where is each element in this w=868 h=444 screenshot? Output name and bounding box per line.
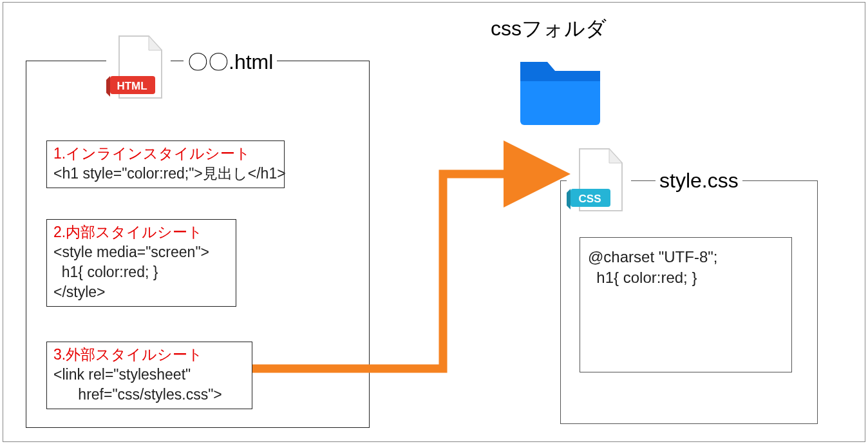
folder-icon: [515, 49, 605, 130]
svg-rect-2: [520, 76, 600, 81]
block3-code: <link rel="stylesheet" href="css/styles.…: [53, 365, 245, 405]
external-stylesheet-block: 3.外部スタイルシート <link rel="stylesheet" href=…: [46, 342, 252, 409]
html-badge-text: HTML: [117, 80, 147, 92]
block1-code: <h1 style="color:red;">見出し</h1>: [53, 164, 278, 184]
html-file-icon: HTML: [106, 34, 171, 103]
css-folder-label: cssフォルダ: [491, 15, 607, 43]
css-code: @charset "UTF-8"; h1{ color:red; }: [588, 247, 784, 289]
css-file-icon: CSS: [567, 146, 631, 216]
internal-stylesheet-block: 2.内部スタイルシート <style media="screen"> h1{ c…: [46, 219, 236, 307]
html-file-title: 〇〇.html: [184, 48, 277, 77]
svg-rect-1: [520, 76, 600, 125]
css-file-title: style.css: [656, 169, 742, 193]
block1-title: 1.インラインスタイルシート: [53, 144, 278, 164]
block2-code: <style media="screen"> h1{ color:red; } …: [53, 242, 229, 302]
css-badge-text: CSS: [579, 193, 601, 205]
block2-title: 2.内部スタイルシート: [53, 222, 229, 242]
inline-stylesheet-block: 1.インラインスタイルシート <h1 style="color:red;">見出…: [46, 140, 285, 188]
block3-title: 3.外部スタイルシート: [53, 345, 245, 365]
css-file-content: @charset "UTF-8"; h1{ color:red; }: [580, 237, 792, 372]
